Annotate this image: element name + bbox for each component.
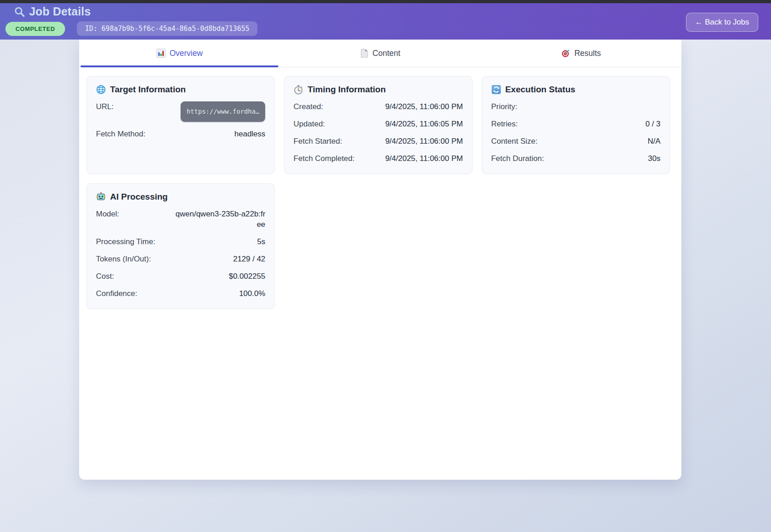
target-icon <box>561 49 570 58</box>
fetch-method-label: Fetch Method: <box>96 129 146 139</box>
timing-information-card: Timing Information Created: 9/4/2025, 11… <box>284 76 472 174</box>
active-tab-underline <box>81 65 278 67</box>
tab-content-label: Content <box>373 49 400 58</box>
content-size-row: Content Size: N/A <box>491 136 660 146</box>
back-to-jobs-button[interactable]: ← Back to Jobs <box>686 13 758 32</box>
stopwatch-icon <box>293 85 303 95</box>
cost-row: Cost: $0.002255 <box>96 271 265 281</box>
updated-row: Updated: 9/4/2025, 11:06:05 PM <box>293 119 463 129</box>
search-icon <box>14 6 25 18</box>
confidence-row: Confidence: 100.0% <box>96 288 265 299</box>
processing-time-row: Processing Time: 5s <box>96 236 265 247</box>
status-badge: COMPLETED <box>5 22 65 36</box>
execution-status-card: Execution Status Priority: Retries: 0 / … <box>482 76 670 174</box>
window-top-strip <box>0 0 771 3</box>
ai-processing-card: AI Processing Model: qwen/qwen3-235b-a22… <box>86 183 275 309</box>
execution-status-title: Execution Status <box>491 85 660 95</box>
priority-row: Priority: <box>491 101 660 112</box>
job-details-panel: Overview Content Results Target Informat… <box>79 40 681 480</box>
url-value-pill[interactable]: https://www.fordha… <box>181 101 265 122</box>
model-row: Model: qwen/qwen3-235b-a22b:free <box>96 209 265 230</box>
tab-overview-label: Overview <box>170 49 203 58</box>
retries-row: Retries: 0 / 3 <box>491 119 660 129</box>
target-information-card: Target Information URL: https://www.ford… <box>86 76 275 174</box>
page-title: Job Details <box>29 5 91 18</box>
header-title-row: Job Details <box>5 5 771 18</box>
tab-bar: Overview Content Results <box>79 40 681 67</box>
robot-icon <box>96 192 106 202</box>
refresh-icon <box>491 85 501 95</box>
fetch-method-value: headless <box>234 129 265 139</box>
job-id-badge: ID: 698a7b9b-5f6c-45a4-86a5-0d8bda713655 <box>77 21 257 36</box>
url-row: URL: https://www.fordha… <box>96 101 265 122</box>
bar-chart-icon <box>156 49 166 58</box>
page-header: Job Details COMPLETED ID: 698a7b9b-5f6c-… <box>0 3 771 40</box>
ai-processing-title: AI Processing <box>96 192 265 202</box>
tab-content[interactable]: Content <box>280 40 480 67</box>
url-label: URL: <box>96 101 114 112</box>
created-row: Created: 9/4/2025, 11:06:00 PM <box>293 101 463 112</box>
badge-row: COMPLETED ID: 698a7b9b-5f6c-45a4-86a5-0d… <box>5 21 771 36</box>
tab-results[interactable]: Results <box>481 40 681 67</box>
tab-results-label: Results <box>574 49 601 58</box>
fetch-started-row: Fetch Started: 9/4/2025, 11:06:00 PM <box>293 136 463 146</box>
fetch-duration-row: Fetch Duration: 30s <box>491 153 660 164</box>
document-icon <box>360 49 368 58</box>
fetch-method-row: Fetch Method: headless <box>96 129 265 139</box>
overview-cards-grid: Target Information URL: https://www.ford… <box>79 67 681 318</box>
fetch-completed-row: Fetch Completed: 9/4/2025, 11:06:00 PM <box>293 153 463 164</box>
tokens-row: Tokens (In/Out): 2129 / 42 <box>96 254 265 264</box>
tab-overview[interactable]: Overview <box>79 40 280 67</box>
target-information-title: Target Information <box>96 85 265 95</box>
globe-icon <box>96 85 106 95</box>
timing-information-title: Timing Information <box>293 85 463 95</box>
